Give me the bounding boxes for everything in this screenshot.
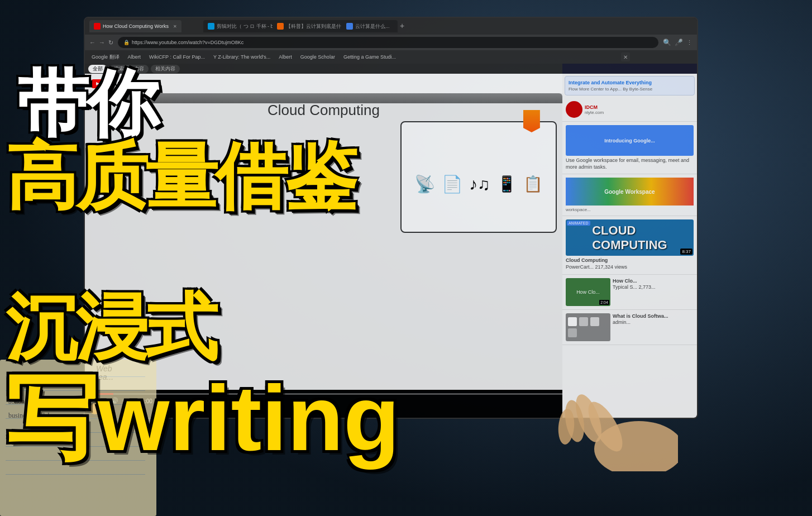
- tab3-favicon: [277, 23, 284, 30]
- bookmark-game[interactable]: Getting a Game Studi...: [340, 54, 399, 60]
- address-bar: ← → ↻ 🔒 https://www.youtube.com/watch?v=…: [85, 35, 697, 50]
- tab-how-cloud-computing[interactable]: How Cloud Computing Works ✕: [89, 20, 181, 32]
- filter-all[interactable]: 全部: [88, 65, 107, 73]
- smartphone-icon: 📱: [497, 175, 517, 193]
- youtube-logo-text: YouTube: [106, 79, 136, 88]
- search-button[interactable]: 🔍: [663, 39, 671, 46]
- workspace-url: workspace...: [566, 207, 694, 212]
- tab-cloud-intro[interactable]: 【科普】云计算到底是什么?: [273, 20, 352, 32]
- thumb-icon-3: [590, 317, 599, 326]
- bookmark-zlibrary[interactable]: Y Z-Library: The world's...: [210, 54, 274, 60]
- workspace-logo-banner: Google Workspace: [566, 178, 694, 206]
- bookmark-google-translate[interactable]: Google 翻译: [88, 53, 123, 61]
- refresh-button[interactable]: ↻: [108, 39, 113, 46]
- video-controls: ▶ ⏭ 🔊 0:40 / 11:00 ovp: [85, 390, 562, 418]
- more-button[interactable]: ⋮: [686, 39, 692, 46]
- laptop-screen: How Cloud Computing Works ✕ 剪辑对比（ つ ロ 千杯…: [84, 17, 698, 419]
- tab-cloud-what[interactable]: 云计算是什么...: [342, 20, 398, 32]
- ad-subtitle: Flow More Center to App... By Byte-Sense: [569, 87, 691, 92]
- tab-label-intro: 【科普】云计算到底是什么?: [286, 23, 347, 30]
- how-cloud-duration: 2:04: [599, 300, 609, 305]
- bookmark-scholar[interactable]: Google Scholar: [297, 54, 338, 60]
- notebook-line: [6, 376, 145, 377]
- idcm-url: nlyte.com: [585, 110, 604, 115]
- back-button[interactable]: ←: [89, 39, 95, 46]
- how-cloud-video-row: How Clo... 2:04 How Clo... Typical S... …: [566, 278, 694, 306]
- filter-related[interactable]: 相关内容: [151, 65, 180, 73]
- how-cloud-video-card[interactable]: How Clo... 2:04 How Clo... Typical S... …: [562, 275, 697, 310]
- thumb-icon-2: [579, 317, 588, 326]
- tab4-favicon: [346, 23, 353, 30]
- notebook-line: [6, 474, 145, 475]
- music-notes-icon: ♪♫: [469, 175, 490, 194]
- how-cloud-info: How Clo... Typical S... 2,773...: [613, 278, 656, 306]
- chrome-tab-bar: How Cloud Computing Works ✕ 剪辑对比（ つ ロ 千杯…: [85, 18, 697, 35]
- bookmark-wikicfp[interactable]: WikiCFP : Call For Pap...: [146, 54, 208, 60]
- idcm-brand: IDCM nlyte.com: [562, 98, 697, 122]
- notebook-line: [6, 390, 145, 391]
- idcm-name: IDCM: [585, 104, 604, 110]
- right-sidebar: Integrate and Automate Everything Flow M…: [562, 74, 697, 418]
- notebook-line: [6, 446, 145, 447]
- youtube-header: ▶ YouTube: [85, 74, 562, 93]
- notebook-line: [6, 432, 145, 433]
- cloud-software-row: What is Cloud Softwa... admin...: [566, 313, 694, 341]
- notebook-text-action: action: [8, 398, 25, 406]
- tab2-favicon: [208, 23, 214, 30]
- search-filter-bar: 全部 搜索结果内容 相关内容: [85, 64, 562, 74]
- workspace-title: Google Workspace: [604, 189, 655, 195]
- workspace-desc: Use Google workspace for email, messagin…: [566, 157, 694, 170]
- thumbnail-icons: [566, 315, 610, 340]
- window-min-btn: [96, 95, 102, 101]
- cloud-software-card[interactable]: What is Cloud Softwa... admin...: [562, 310, 697, 345]
- thumb-icon-4: [568, 328, 577, 337]
- new-tab-button[interactable]: +: [400, 21, 404, 30]
- controls-row: ▶ ⏭ 🔊 0:40 / 11:00 ovp: [85, 395, 562, 407]
- window-close-btn: [88, 95, 94, 101]
- notebook-line: [6, 404, 145, 405]
- bookmark-albert[interactable]: Albert: [125, 54, 145, 60]
- window-max-btn: [104, 95, 109, 101]
- cloud-thumbnail-text: CLOUDCOMPUTING: [592, 223, 667, 252]
- tab-label-clip: 剪辑对比（ つ ロ 千杯 - b...: [217, 23, 278, 30]
- clipboard-icon: 📋: [523, 175, 543, 193]
- ad-title: Integrate and Automate Everything: [569, 80, 691, 85]
- idcm-logo: [566, 101, 582, 118]
- diagram-window-bar: [85, 93, 562, 103]
- tab-close-icon[interactable]: ✕: [173, 24, 177, 29]
- animated-badge: ANIMATED: [567, 221, 590, 226]
- google-workspace-thumbnail: Introducing Google...: [566, 125, 694, 156]
- cloud-software-thumbnail: [566, 313, 610, 341]
- youtube-play-icon: ▶: [96, 81, 99, 86]
- cloud-computing-video-card[interactable]: CLOUDCOMPUTING 8:37 ANIMATED Cloud Compu…: [562, 216, 697, 274]
- diagram-icons-grid: 📡 📄 ♪♫ 📱 📋: [414, 174, 543, 194]
- cloud-video-info: Cloud Computing PowerCart... 217,324 vie…: [566, 257, 694, 270]
- youtube-favicon: [94, 23, 101, 30]
- tab-label-cloud: How Cloud Computing Works: [103, 23, 169, 29]
- top-ad-card[interactable]: Integrate and Automate Everything Flow M…: [565, 76, 695, 95]
- cloud-video-thumbnail: CLOUDCOMPUTING 8:37 ANIMATED: [566, 219, 694, 256]
- bookmark-albert2[interactable]: Albert: [275, 54, 295, 60]
- document-icon: 📄: [442, 174, 462, 194]
- youtube-logo[interactable]: ▶ YouTube: [92, 79, 136, 88]
- youtube-video-slide: Cloud Computing 📡 📄 ♪♫ 📱 📋: [85, 93, 562, 390]
- forward-button[interactable]: →: [99, 39, 105, 46]
- google-workspace-card[interactable]: Introducing Google... Use Google workspa…: [562, 122, 697, 174]
- notebook-text-business: business model: [8, 412, 50, 420]
- slide-title: Cloud Computing: [268, 102, 380, 119]
- notebook-line: [6, 460, 145, 461]
- tab-clip[interactable]: 剪辑对比（ つ ロ 千杯 - b...: [203, 20, 282, 32]
- google-workspace-logo-card[interactable]: Google Workspace workspace...: [562, 174, 697, 216]
- filter-search-content[interactable]: 搜索结果内容: [109, 65, 149, 73]
- mic-button[interactable]: 🎤: [675, 39, 683, 46]
- notebook: action business model: [0, 360, 156, 516]
- youtube-logo-icon: ▶: [92, 79, 104, 88]
- bookmarks-bar: Google 翻译 Albert WikiCFP : Call For Pap.…: [85, 50, 697, 64]
- url-bar[interactable]: 🔒 https://www.youtube.com/watch?v=DGDtuj…: [118, 37, 658, 48]
- cloud-diagram-box: 📡 📄 ♪♫ 📱 📋: [400, 121, 557, 233]
- wifi-signal-icon: 📡: [414, 174, 435, 194]
- url-text: https://www.youtube.com/watch?v=DGDtujmO…: [132, 40, 243, 45]
- progress-bar[interactable]: [85, 393, 562, 395]
- close-bar-button[interactable]: ✕: [621, 52, 630, 61]
- thumb-icon-1: [568, 317, 577, 326]
